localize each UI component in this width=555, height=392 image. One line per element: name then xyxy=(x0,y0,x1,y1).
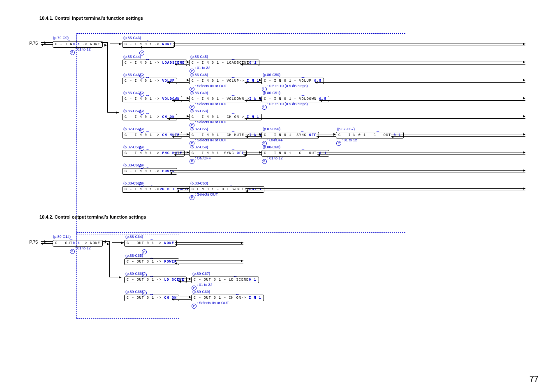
note: : Selects IN or OUT. xyxy=(195,84,228,88)
connector xyxy=(319,98,525,98)
box-c59: C – I N 0 1 –SYNC OFF xyxy=(189,150,247,157)
arrow xyxy=(259,133,261,136)
connector xyxy=(240,62,525,62)
connector xyxy=(41,42,53,43)
connector xyxy=(315,80,525,80)
p-mark: P xyxy=(139,107,144,115)
box-c14: C – OUT0 1 -> NONE xyxy=(53,240,103,247)
p-mark: P xyxy=(70,48,75,55)
connector xyxy=(173,46,525,46)
p-mark: P xyxy=(139,161,144,169)
arrow xyxy=(178,280,181,283)
ref-c52: (p.86-C52) xyxy=(123,109,141,113)
arrow xyxy=(333,133,336,136)
arrow xyxy=(317,154,320,156)
page-number: 77 xyxy=(530,374,539,384)
note: : 0.5 to 10 (0.5 dB steps) xyxy=(267,102,308,106)
p-mark: P xyxy=(70,247,75,254)
p-mark: P xyxy=(142,288,147,295)
arrow xyxy=(245,190,248,192)
box-c51: C – I N 0 1 – VOLDOWN 0.5 xyxy=(261,96,329,102)
arrow xyxy=(243,154,246,156)
connector xyxy=(245,191,525,191)
ref-c60: (p.88-C60) xyxy=(263,145,280,149)
ref-c48: (p.86-C48) xyxy=(190,73,208,77)
box-c49: C – I N 0 1 – VOLDOWN->I N 1 xyxy=(189,96,264,102)
connector xyxy=(167,118,189,119)
arrow xyxy=(44,240,47,243)
box-c67: C – OUT 0 1 – LD SCENE0 1 xyxy=(191,277,259,283)
arrow xyxy=(523,133,525,136)
ref-c62: (p.88-C62) xyxy=(123,181,141,185)
ref-c68: (p.89-C68) xyxy=(125,290,143,294)
arrow xyxy=(175,244,177,246)
connector xyxy=(109,241,110,277)
connector xyxy=(172,136,189,137)
connector xyxy=(245,188,525,189)
note: : 01 to 12 xyxy=(75,246,91,250)
connector xyxy=(167,80,189,80)
ref-c43: (p.85-C43) xyxy=(123,36,141,40)
arrow xyxy=(241,242,243,244)
p-mark: P xyxy=(262,157,267,164)
ref-c46: (p.86-C46) xyxy=(123,73,141,77)
connector xyxy=(245,82,261,83)
note: : Selects IN or OUT. xyxy=(195,138,228,142)
connector xyxy=(243,154,261,155)
connector xyxy=(245,118,525,119)
box-c62: C – I N 0 1 ->PG D I SABLE xyxy=(122,186,192,193)
arrow xyxy=(523,97,525,99)
arrow xyxy=(315,81,317,84)
ref-c66: (p.89-C66) xyxy=(125,272,143,276)
box-c45: C – I N 0 1 – LOADSCENE0 1 xyxy=(189,60,259,66)
connector xyxy=(175,242,243,243)
dash xyxy=(76,232,77,318)
arrow xyxy=(189,278,191,280)
ref-c44: (p.85-C44) xyxy=(123,55,141,59)
connector xyxy=(391,134,525,134)
connector xyxy=(175,244,243,245)
connector xyxy=(41,241,53,242)
arrow xyxy=(259,97,261,99)
arrow xyxy=(259,151,261,154)
arrow xyxy=(121,242,124,244)
box-c9: C – I N0 1 -> NONE xyxy=(53,41,103,48)
dash xyxy=(119,53,119,231)
arrow xyxy=(523,151,525,154)
connector xyxy=(170,170,525,171)
arrow xyxy=(523,187,525,190)
box-c65: C – OUT 0 1 -> POWER xyxy=(124,258,179,265)
arrow xyxy=(167,81,170,84)
arrow xyxy=(104,44,107,46)
arrow xyxy=(101,42,103,44)
arrow xyxy=(187,151,189,154)
p-mark: P xyxy=(262,102,267,110)
arrow xyxy=(177,190,179,192)
connector xyxy=(110,45,110,113)
arrow xyxy=(172,298,174,301)
p-mark: P xyxy=(139,143,144,151)
note: : 01 to 12 xyxy=(342,138,357,142)
ref-c67: (p.89-C67) xyxy=(192,272,210,276)
ref-c50: (p.86-C50) xyxy=(263,73,280,77)
box-c44: C – I N 0 1 -> LOADSCENE xyxy=(122,60,187,66)
dash xyxy=(76,232,405,233)
ref-c61: (p.88-C61) xyxy=(123,163,141,167)
p-mark: P xyxy=(190,193,194,200)
p-mark: P xyxy=(142,270,147,277)
box-c68: C – OUT 0 1 -> CH ON xyxy=(124,295,179,301)
ref-c63: (p.88-C63) xyxy=(190,181,208,185)
p-mark: P xyxy=(139,89,144,97)
arrow xyxy=(245,81,247,84)
arrow xyxy=(172,136,174,138)
connector xyxy=(317,152,525,152)
connector xyxy=(173,44,525,44)
arrow xyxy=(174,154,176,156)
arrow xyxy=(245,136,248,138)
p-mark: P xyxy=(139,180,144,187)
ref-c58: (p.87-C58) xyxy=(123,145,141,149)
page-ref-label: P.75 xyxy=(29,41,38,46)
note: : Selects OUT. xyxy=(195,192,219,196)
ref-c49: (p.86-C49) xyxy=(190,91,208,95)
section-2-title: 10.4.2. Control output terminal's functi… xyxy=(39,214,146,219)
